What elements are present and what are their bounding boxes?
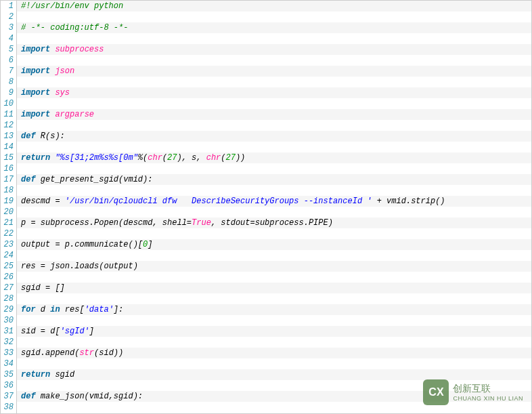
code-line: #!/usr/bin/env python [17,1,531,12]
code-token: in [50,305,60,314]
line-number: 18 [1,185,16,196]
code-token: # -*- coding:utf-8 -*- [21,23,128,33]
code-line: descmd = '/usr/bin/qcloudcli dfw Describ… [17,196,531,207]
code-token: sgid [21,283,45,293]
code-line [17,12,531,22]
code-line [17,207,531,218]
line-number: 14 [1,142,16,152]
code-token: def [21,175,36,184]
code-line: return sgid [17,369,531,380]
line-number: 15 [1,152,16,163]
line-number: 23 [1,239,16,250]
line-number: 28 [1,293,16,304]
code-area: #!/usr/bin/env python# -*- coding:utf-8 … [17,1,531,413]
code-line: import sys [17,87,531,98]
code-token: 'data' [85,305,114,314]
code-line: return "%s[31;2m%s%s[0m"%(chr(27), s, ch… [17,152,531,163]
code-token: ( [221,153,225,163]
code-line: # -*- coding:utf-8 -*- [17,22,531,33]
code-token: ( [162,153,167,163]
line-number: 35 [1,369,16,380]
code-token: subprocess [55,45,104,54]
code-token: return [21,153,50,163]
code-token: '/usr/bin/qcloudcli dfw DescribeSecurity… [65,196,372,206]
watermark-en: CHUANG XIN HU LIAN [453,395,523,402]
code-line: import subprocess [17,44,531,55]
code-token: sgid.append( [21,348,79,358]
code-token: ), s, [177,153,206,163]
code-line: sgid = [] [17,283,531,293]
line-number-gutter: 1234567891011121314151617181920212223242… [1,1,17,413]
code-token: json [55,66,74,76]
code-line [17,142,531,152]
code-token: argparse [55,110,94,119]
line-number: 29 [1,304,16,315]
code-token: import [21,66,50,76]
code-line: import json [17,66,531,77]
code-line: for d in res['data']: [17,304,531,315]
code-viewer: 1234567891011121314151617181920212223242… [1,1,531,413]
code-line [17,33,531,44]
code-token: ]: [114,305,123,314]
watermark-logo: CX [423,379,449,405]
code-line: sgid.append(str(sid)) [17,348,531,358]
code-line [17,337,531,348]
line-number: 19 [1,196,16,207]
line-number: 4 [1,33,16,44]
code-line [17,163,531,174]
code-token [60,196,65,206]
code-token: subprocess.Popen(descmd, shell [36,218,187,228]
code-token: get_present_sgid(vmid): [36,175,153,184]
line-number: 37 [1,391,16,402]
code-line: p = subprocess.Popen(descmd, shell=True,… [17,218,531,228]
watermark: CX 创新互联 CHUANG XIN HU LIAN [423,379,523,405]
watermark-text: 创新互联 CHUANG XIN HU LIAN [453,383,523,402]
code-token: #!/usr/bin/env python [21,1,123,11]
code-token: (sid)) [94,348,123,358]
code-token: d[ [45,327,60,336]
code-token: import [21,88,50,98]
code-token: = [187,218,192,228]
code-token: = [250,218,254,228]
code-token: + [377,196,382,206]
code-line: output = p.communicate()[0] [17,239,531,250]
code-token: import [21,45,50,54]
line-number: 24 [1,250,16,261]
code-token: p [21,218,30,228]
line-number: 34 [1,358,16,369]
line-number: 11 [1,109,16,120]
code-line [17,55,531,66]
line-number: 3 [1,22,16,33]
code-token: vmid.strip() [382,196,445,206]
line-number: 26 [1,272,16,283]
code-token: "%s[31;2m%s%s[0m" [55,153,137,163]
code-token: chr [148,153,162,163]
code-token: , stdout [211,218,250,228]
line-number: 33 [1,348,16,358]
watermark-cn: 创新互联 [453,383,523,395]
code-token: res [21,262,41,271]
code-token: str [79,348,94,358]
code-token: True [192,218,211,228]
code-line [17,77,531,87]
code-token: make_json(vmid,sgid): [36,392,143,401]
code-line [17,358,531,369]
code-token: R(s): [36,131,65,141]
code-token: 'sgId' [60,327,89,336]
line-number: 9 [1,87,16,98]
line-number: 8 [1,77,16,87]
line-number: 21 [1,218,16,228]
code-token: d [36,305,51,314]
code-token: ] [148,240,152,249]
code-line [17,98,531,109]
code-line: def R(s): [17,131,531,142]
line-number: 12 [1,120,16,131]
code-line [17,272,531,283]
code-token: 27 [167,153,177,163]
code-token: = [55,240,60,249]
line-number: 38 [1,402,16,413]
code-token: sys [55,88,70,98]
code-token: chr [206,153,221,163]
line-number: 32 [1,337,16,348]
line-number: 27 [1,283,16,293]
